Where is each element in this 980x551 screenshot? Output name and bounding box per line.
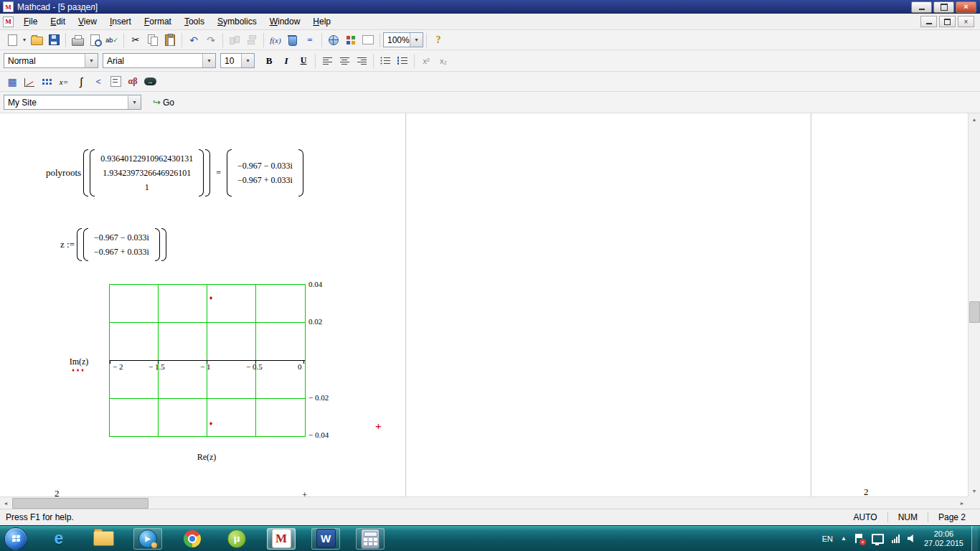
show-hidden-icons-button[interactable]: ▲ <box>841 535 847 542</box>
align-down-button[interactable] <box>243 32 260 48</box>
font-dropdown-arrow-icon[interactable]: ▾ <box>202 54 215 67</box>
network-signal-icon[interactable] <box>892 534 900 543</box>
print-button[interactable] <box>69 32 86 48</box>
menu-edit[interactable]: Edit <box>44 14 72 29</box>
evaluation-palette-button[interactable]: x= <box>55 74 72 90</box>
scroll-right-button[interactable]: ► <box>956 497 968 509</box>
new-button[interactable] <box>4 32 21 48</box>
numbered-list-button[interactable] <box>394 53 411 69</box>
mdi-minimize-button[interactable] <box>920 16 937 27</box>
mdi-close-button[interactable]: × <box>958 16 974 27</box>
close-button[interactable]: × <box>956 1 976 13</box>
taskbar-item-word[interactable]: W <box>311 528 340 550</box>
matrix-palette-button[interactable] <box>38 74 55 90</box>
new-dropdown-arrow-icon[interactable]: ▾ <box>21 37 28 43</box>
taskbar-item-mathcad[interactable]: M <box>267 528 296 550</box>
font-combobox[interactable]: Arial ▾ <box>103 53 216 68</box>
horizontal-scrollbar[interactable]: ◄ ► <box>0 496 968 509</box>
component-icon <box>347 36 350 39</box>
undo-button[interactable]: ↶ <box>185 32 202 48</box>
taskbar-item-internet-explorer[interactable]: e <box>44 528 73 550</box>
italic-button[interactable]: I <box>278 53 295 69</box>
insert-function-button[interactable]: f(x) <box>267 32 284 48</box>
resources-dropdown-arrow-icon[interactable]: ▾ <box>128 95 141 109</box>
boolean-palette-button[interactable]: < <box>90 74 107 90</box>
taskbar-item-media-player[interactable]: ▶ <box>133 528 162 550</box>
scroll-down-button[interactable]: ▼ <box>969 485 980 496</box>
start-button[interactable] <box>4 527 27 550</box>
calculator-palette-button[interactable]: ▦ <box>4 74 21 90</box>
menu-format[interactable]: Format <box>138 14 178 29</box>
calculus-palette-button[interactable]: ∫ <box>72 74 90 90</box>
print-preview-button[interactable] <box>86 32 103 48</box>
align-across-button[interactable] <box>226 32 243 48</box>
taskbar-item-calculator[interactable] <box>356 528 385 550</box>
font-size-dropdown-arrow-icon[interactable]: ▾ <box>241 54 254 67</box>
paste-button[interactable] <box>161 32 179 48</box>
symbolic-palette-button[interactable]: → <box>141 74 159 90</box>
polyroots-math-region[interactable]: polyroots 0.93640122910962430131 1.93423… <box>46 149 303 197</box>
underline-button[interactable]: U <box>295 53 312 69</box>
subscript-button[interactable]: x₂ <box>435 53 452 69</box>
align-left-button[interactable] <box>319 53 336 69</box>
maximize-button[interactable] <box>933 1 954 13</box>
align-center-button[interactable] <box>336 53 353 69</box>
bullet-list-button[interactable] <box>377 53 394 69</box>
calculate-button[interactable]: = <box>301 32 319 48</box>
menu-tools[interactable]: Tools <box>178 14 211 29</box>
vertical-scrollbar[interactable]: ▲ ▼ <box>968 113 980 496</box>
action-center-flag-icon[interactable]: × <box>854 534 864 544</box>
help-button[interactable]: ? <box>430 32 447 48</box>
menu-view[interactable]: View <box>72 14 103 29</box>
volume-icon[interactable] <box>908 534 916 542</box>
open-button[interactable] <box>28 32 45 48</box>
numbered-list-icon <box>397 57 407 65</box>
clock[interactable]: 20:06 27.02.2015 <box>924 529 963 548</box>
taskbar-item-utorrent[interactable]: µ <box>222 528 251 550</box>
scroll-up-button[interactable]: ▲ <box>969 113 980 125</box>
scroll-left-button[interactable]: ◄ <box>0 497 11 509</box>
page-indicator: Page 2 <box>928 512 976 522</box>
toolbar-separator <box>426 33 427 47</box>
style-dropdown-arrow-icon[interactable]: ▾ <box>85 54 98 67</box>
greek-palette-button[interactable]: αβ <box>124 74 141 90</box>
taskbar-item-chrome[interactable] <box>178 528 207 550</box>
xy-plot-region[interactable]: − 2 − 1.5 − 1 − 0.5 0 0.04 0.02 − 0.02 −… <box>109 284 306 437</box>
graph-palette-button[interactable] <box>21 74 38 90</box>
redo-button[interactable]: ↷ <box>202 32 220 48</box>
resources-combobox[interactable]: My Site ▾ <box>4 95 141 110</box>
document-icon[interactable]: M <box>3 17 14 27</box>
font-size-combobox[interactable]: 10 ▾ <box>220 53 255 68</box>
menu-insert[interactable]: Insert <box>103 14 138 29</box>
insert-object-button[interactable] <box>359 32 377 48</box>
horizontal-scroll-thumb[interactable] <box>12 498 149 509</box>
menu-symbolics[interactable]: Symbolics <box>211 14 263 29</box>
go-button[interactable]: ↪ Go <box>147 95 180 110</box>
spell-check-button[interactable]: ab✓ <box>103 32 121 48</box>
bold-button[interactable]: B <box>260 53 278 69</box>
insert-component-button[interactable] <box>342 32 359 48</box>
align-right-button[interactable] <box>353 53 370 69</box>
cut-button[interactable]: ✂ <box>127 32 144 48</box>
vertical-scroll-thumb[interactable] <box>969 301 980 323</box>
mdi-restore-button[interactable] <box>939 16 956 27</box>
style-combobox[interactable]: Normal ▾ <box>4 53 98 68</box>
copy-button[interactable] <box>144 32 161 48</box>
insert-hyperlink-button[interactable] <box>325 32 342 48</box>
show-desktop-button[interactable] <box>971 526 978 551</box>
superscript-button[interactable]: x² <box>418 53 435 69</box>
minimize-button[interactable] <box>911 1 932 13</box>
language-indicator[interactable]: EN <box>822 534 833 543</box>
worksheet[interactable]: polyroots 0.93640122910962430131 1.93423… <box>0 113 968 496</box>
programming-palette-button[interactable] <box>107 74 124 90</box>
z-definition-math-region[interactable]: z := −0.967 − 0.033i −0.967 + 0.033i <box>60 228 166 261</box>
menu-file[interactable]: File <box>17 14 44 29</box>
insert-unit-button[interactable] <box>284 32 301 48</box>
menu-help[interactable]: Help <box>306 14 337 29</box>
menu-window[interactable]: Window <box>263 14 307 29</box>
display-tray-icon[interactable] <box>872 534 884 544</box>
zoom-dropdown-arrow-icon[interactable]: ▾ <box>410 33 423 47</box>
zoom-combobox[interactable]: 100% ▾ <box>383 32 423 47</box>
taskbar-item-file-explorer[interactable] <box>89 528 118 550</box>
save-button[interactable] <box>45 32 62 48</box>
